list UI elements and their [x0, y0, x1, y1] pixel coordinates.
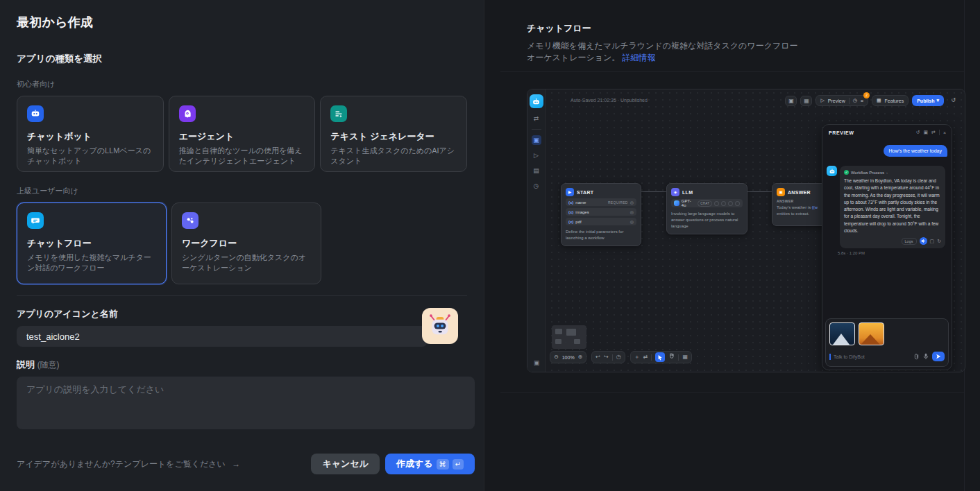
app-avatar[interactable] — [422, 308, 458, 344]
card-desc: シングルターンの自動化タスクのオーケストレーション — [182, 252, 311, 273]
app-type-card-chatbot[interactable]: チャットボット 簡単なセットアップのLLMベースのチャットボット — [17, 96, 164, 172]
orchestrate-tab-icon[interactable]: ▣ — [532, 135, 541, 145]
attachment-image-sunset-mountain[interactable] — [859, 322, 884, 345]
learn-more-link[interactable]: 詳細情報 — [623, 53, 656, 62]
model-provider-icon — [674, 200, 679, 206]
chat-input[interactable]: Talk to DifyBot — [834, 354, 865, 359]
swap-panel-icon[interactable]: ⇄ — [931, 130, 936, 135]
app-name-input[interactable] — [17, 326, 428, 347]
hand-mode-icon[interactable] — [668, 352, 675, 363]
name-row — [17, 326, 467, 347]
attach-icon[interactable] — [913, 350, 920, 363]
workflow-preview-card: ⇄ ▣ ▷ ▤ ◷ ▣ Auto-Saved 21:02:35 · Unpubl… — [527, 89, 965, 372]
start-node-title: START — [577, 190, 593, 195]
restart-chat-icon[interactable]: ↺ — [916, 130, 920, 135]
field-name: pdf — [575, 220, 581, 224]
collapse-panel-icon[interactable]: ▣ — [532, 358, 541, 368]
redo-icon[interactable]: ↪ — [604, 352, 609, 363]
workflow-toolbar: ▣ ▦ ▷ Preview ◷ ≡ 2 ▦ Features Publish ▾ — [785, 95, 959, 106]
open-in-new-icon[interactable]: ▣ — [923, 130, 928, 135]
llm-node[interactable]: ◈ LLM GPT-4o CHAT Invoking large languag… — [666, 183, 747, 234]
toggle-icon: ◎ — [630, 209, 634, 214]
icon-name-label: アプリのアイコンと名前 — [17, 308, 467, 320]
add-node-icon[interactable]: ＋ — [634, 352, 640, 363]
template-hint-link[interactable]: アイデアがありませんか?テンプレートをご覧ください → — [17, 458, 240, 470]
restore-window-icon[interactable]: ▣ — [785, 96, 797, 106]
template-description-text: メモリ機能を備えたマルチラウンドの複雑な対話タスクのワークフローオーケストレーシ… — [527, 41, 797, 62]
autosave-status: Auto-Saved 21:02:35 · Unpublished — [571, 98, 648, 103]
app-type-card-chatflow[interactable]: チャットフロー メモリを使用した複雑なマルチターン対話のワークフロー — [17, 203, 167, 284]
start-field-images: (x) images ◎ — [566, 208, 636, 216]
workflow-app-icon[interactable] — [530, 94, 543, 108]
answer-node[interactable]: ▣ ANSWER ANSWER Today's weather is {{w e… — [772, 183, 827, 226]
history-tab-icon[interactable]: ◷ — [532, 181, 541, 191]
features-label: Features — [885, 98, 904, 103]
app-type-card-workflow[interactable]: ワークフロー シングルターンの自動化タスクのオーケストレーション — [171, 203, 321, 284]
speaker-icon[interactable] — [920, 237, 927, 245]
publish-button[interactable]: Publish ▾ — [912, 95, 944, 106]
zoom-in-icon[interactable]: ⊕ — [578, 352, 583, 363]
regenerate-icon[interactable]: ↻ — [937, 239, 941, 244]
app-type-card-text-generator[interactable]: テキスト ジェネレーター テキスト生成タスクのためのAIアシスタント — [320, 96, 467, 172]
features-button[interactable]: ▦ Features — [872, 95, 909, 106]
arrow-right-icon: → — [232, 459, 240, 469]
send-button[interactable] — [932, 352, 945, 361]
play-icon: ▷ — [820, 98, 824, 103]
mic-icon[interactable] — [923, 350, 929, 363]
preview-title: PREVIEW — [829, 130, 854, 135]
preview-group[interactable]: ▷ Preview ◷ ≡ 2 — [816, 95, 868, 106]
gridline-top — [500, 71, 965, 72]
start-node[interactable]: ▶ START (x) name REQUIRED ◎ (x) images ◎… — [561, 183, 641, 246]
history-control: ↩ ↪ ◷ — [591, 351, 625, 363]
toggle-icon: ◎ — [630, 219, 634, 224]
template-preview-pane: チャットフロー メモリ機能を備えたマルチラウンドの複雑な対話タスクのワークフロー… — [484, 0, 980, 491]
timer-icon[interactable]: ◷ — [853, 98, 857, 103]
section-divider — [17, 295, 467, 296]
undo-icon[interactable]: ↩ — [595, 352, 600, 363]
choose-type-label: アプリの種類を選択 — [17, 53, 467, 65]
swap-icon[interactable]: ⇄ — [643, 352, 648, 363]
zoom-control: ⊖ 100% ⊕ — [550, 351, 586, 363]
create-button[interactable]: 作成する ⌘ ↵ — [385, 454, 475, 474]
exchange-icon[interactable]: ⇄ — [532, 114, 541, 123]
checklist-icon[interactable]: ▦ — [800, 96, 812, 106]
checklist-badge-icon[interactable]: ≡ — [861, 98, 863, 103]
model-selector[interactable]: GPT-4o CHAT — [671, 199, 743, 207]
create-app-pane: 最初から作成 アプリの種類を選択 初心者向け チャットボット 簡単なセットアップ… — [0, 0, 484, 491]
publish-label: Publish — [917, 98, 934, 103]
toggle-icon: ◎ — [630, 200, 634, 205]
app-type-card-agent[interactable]: エージェント 推論と自律的なツールの使用を備えたインテリジェントエージェント — [169, 96, 316, 172]
logs-button[interactable]: Logs — [902, 238, 917, 245]
sidebar-divider — [532, 129, 541, 130]
copy-icon[interactable]: ▢ — [930, 239, 935, 244]
card-desc: 推論と自律的なツールの使用を備えたインテリジェントエージェント — [179, 146, 305, 166]
workflow-icon — [182, 212, 198, 229]
card-desc: テキスト生成タスクのためのAIアシスタント — [330, 146, 457, 166]
template-description: メモリ機能を備えたマルチラウンドの複雑な対話タスクのワークフローオーケストレーシ… — [527, 40, 799, 64]
card-title: エージェント — [179, 130, 305, 143]
zoom-out-icon[interactable]: ⊖ — [554, 352, 559, 363]
canvas-minimap[interactable] — [552, 325, 586, 349]
chat-input-box: Talk to DifyBot — [825, 318, 949, 367]
history-icon[interactable]: ◷ — [616, 352, 621, 363]
chat-preview-header: PREVIEW ↺ ▣ ⇄ × — [822, 125, 952, 138]
description-textarea[interactable] — [17, 377, 475, 429]
run-tab-icon[interactable]: ▷ — [532, 150, 541, 160]
pointer-mode-icon[interactable] — [655, 352, 665, 362]
logs-tab-icon[interactable]: ▤ — [532, 166, 541, 175]
template-header: チャットフロー メモリ機能を備えたマルチラウンドの複雑な対話タスクのワークフロー… — [527, 22, 804, 64]
agent-icon — [179, 105, 196, 122]
attachment-image-night-mountain[interactable] — [829, 322, 855, 345]
cancel-button[interactable]: キャンセル — [311, 454, 380, 474]
organize-icon[interactable]: ▦ — [682, 352, 688, 363]
start-node-desc: Define the initial parameters for launch… — [566, 229, 636, 241]
zoom-level[interactable]: 100% — [562, 355, 575, 360]
workflow-process-row[interactable]: ✓ Workflow Process › — [844, 170, 941, 175]
text-generator-icon — [330, 105, 347, 122]
llm-node-title: LLM — [682, 190, 693, 195]
close-icon[interactable]: × — [943, 130, 946, 135]
version-history-icon[interactable]: ↺ — [947, 96, 959, 106]
chat-messages: How's the weather today ✓ Workflow Proce… — [822, 138, 952, 316]
capability-icon-4 — [735, 201, 740, 206]
bot-avatar — [827, 166, 837, 176]
